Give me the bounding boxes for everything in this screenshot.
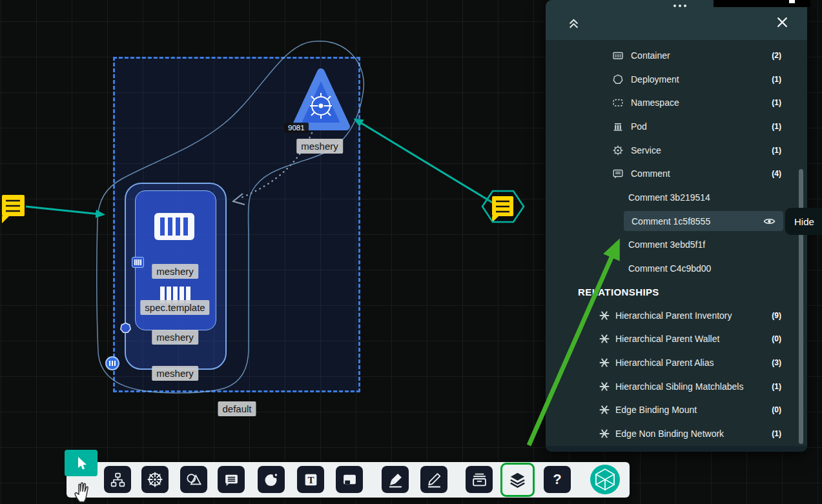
relationship-label: Hierarchical Sibling Matchlabels xyxy=(615,381,743,392)
pencil-tool[interactable] xyxy=(420,466,447,493)
panel-row-pod[interactable]: Pod (1) xyxy=(546,115,807,139)
relationship-row[interactable]: Edge Binding Mount (0) xyxy=(546,398,807,422)
kubernetes-node-label: meshery xyxy=(296,139,343,154)
collapse-panel-button[interactable] xyxy=(567,17,581,33)
relationship-icon xyxy=(599,358,610,368)
comment-icon xyxy=(612,168,624,179)
relationship-label: Edge Non Binding Network xyxy=(615,428,724,439)
port-badge: 9081 xyxy=(284,123,309,133)
screen-artifact-notch xyxy=(789,0,795,3)
relationship-count: (1) xyxy=(772,382,781,391)
marker-tool[interactable] xyxy=(382,466,409,493)
component-count: (1) xyxy=(772,75,781,84)
comment-edge-right[interactable] xyxy=(355,119,495,204)
panel-row-service[interactable]: Service (1) xyxy=(546,138,807,162)
double-chevron-up-icon xyxy=(567,17,581,30)
template-edge-arrowhead xyxy=(233,194,245,205)
comment-item-row[interactable]: Comment 1c5f8555 xyxy=(546,209,807,233)
layers-tool[interactable] xyxy=(500,463,535,497)
help-button[interactable]: ? xyxy=(544,466,571,493)
hide-tooltip: Hide xyxy=(785,208,822,235)
kubernetes-tool[interactable] xyxy=(141,466,169,493)
cursor-arrow-icon xyxy=(74,456,88,471)
comment-tool[interactable] xyxy=(218,466,245,493)
component-label: Deployment xyxy=(631,74,679,85)
panel-drag-handle-icon[interactable] xyxy=(673,5,686,7)
relationship-icon xyxy=(599,310,610,321)
components-panel: Container (2) Deployment (1) Namespace (… xyxy=(546,0,807,452)
bottom-toolbar: T ? xyxy=(67,462,630,498)
shapes-icon xyxy=(185,471,202,488)
rectangle-tool[interactable] xyxy=(336,466,363,493)
service-label: meshery xyxy=(152,366,198,381)
meshery-design-app: 9081 meshery meshery spec.template meshe… xyxy=(0,0,822,504)
comment-item-label: Comment 3b219514 xyxy=(628,192,710,203)
select-tool[interactable] xyxy=(65,450,98,476)
panel-row-namespace[interactable]: Namespace (1) xyxy=(546,91,807,115)
marker-icon xyxy=(387,472,404,488)
component-count: (1) xyxy=(772,146,781,155)
shapes-tool[interactable] xyxy=(180,466,207,493)
service-icon xyxy=(612,145,624,156)
hand-cursor xyxy=(71,479,94,504)
relationship-row[interactable]: Hierarchical Sibling Matchlabels (1) xyxy=(546,374,807,398)
component-label: Pod xyxy=(631,121,647,132)
text-tool[interactable]: T xyxy=(297,466,324,493)
relationship-count: (9) xyxy=(772,311,781,320)
component-count: (4) xyxy=(772,169,781,178)
layers-icon xyxy=(509,471,526,489)
component-label: Container xyxy=(631,50,670,61)
drawer-icon xyxy=(471,472,488,488)
schema-icon xyxy=(110,472,126,488)
namespace-label: default xyxy=(218,401,256,416)
relationship-icon xyxy=(599,381,610,392)
deployment-label: meshery xyxy=(152,264,198,279)
component-count: (1) xyxy=(772,122,781,131)
close-panel-button[interactable] xyxy=(777,17,788,30)
relationship-row[interactable]: Edge Non Binding Network (1) xyxy=(546,422,807,446)
comment-item-row[interactable]: Comment 3ebd5f1f xyxy=(546,233,807,257)
component-label: Comment xyxy=(631,168,670,179)
component-label: Service xyxy=(631,145,661,156)
relationship-row[interactable]: Hierarchical Parent Wallet (0) xyxy=(546,327,807,351)
comment-item-row[interactable]: Comment 3b219514 xyxy=(546,186,807,210)
relationship-label: Hierarchical Parent Inventory xyxy=(615,310,732,321)
kubernetes-icon xyxy=(147,471,163,488)
hide-tooltip-label: Hide xyxy=(794,216,814,227)
comment-item-row[interactable]: Comment C4c9bd00 xyxy=(546,256,807,280)
eye-icon[interactable] xyxy=(763,217,776,226)
text-tool-icon: T xyxy=(303,472,319,488)
relationship-icon xyxy=(599,334,610,344)
panel-row-container[interactable]: Container (2) xyxy=(546,44,807,68)
panel-row-deployment[interactable]: Deployment (1) xyxy=(546,68,807,92)
meshery-logo-icon xyxy=(590,465,620,494)
component-count: (1) xyxy=(772,98,781,107)
relationship-label: Hierarchical Parent Alias xyxy=(615,358,714,368)
relationships-section-header: RELATIONSHIPS xyxy=(546,280,807,304)
drawer-tool[interactable] xyxy=(466,466,493,493)
sticker-tool[interactable] xyxy=(258,466,285,493)
panel-row-comment[interactable]: Comment (4) xyxy=(546,162,807,186)
component-label: Namespace xyxy=(631,97,679,108)
sticker-icon xyxy=(263,471,280,488)
pencil-icon xyxy=(426,472,442,488)
component-count: (2) xyxy=(772,51,781,60)
relationship-icon xyxy=(599,405,610,415)
deployment-icon xyxy=(612,74,624,85)
comment-node-left[interactable] xyxy=(2,195,25,223)
schema-tool[interactable] xyxy=(104,466,131,493)
container-icon xyxy=(612,50,624,61)
rectangle-icon xyxy=(342,472,358,488)
relationship-icon xyxy=(599,428,610,439)
comment-row-highlight[interactable]: Comment 1c5f8555 xyxy=(624,211,783,231)
comment-item-label: Comment 3ebd5f1f xyxy=(628,239,705,250)
relationship-row[interactable]: Hierarchical Parent Inventory (9) xyxy=(546,304,807,328)
screen-artifact-strip xyxy=(714,0,810,7)
pod-template-label: spec.template xyxy=(140,300,209,315)
pod-icon xyxy=(612,121,624,132)
comment-edge-left[interactable] xyxy=(26,207,103,215)
meshery-logo[interactable] xyxy=(590,465,620,494)
kubernetes-node[interactable] xyxy=(296,72,346,126)
relationship-row[interactable]: Hierarchical Parent Alias (3) xyxy=(546,351,807,375)
comment-node-right[interactable] xyxy=(482,191,524,223)
